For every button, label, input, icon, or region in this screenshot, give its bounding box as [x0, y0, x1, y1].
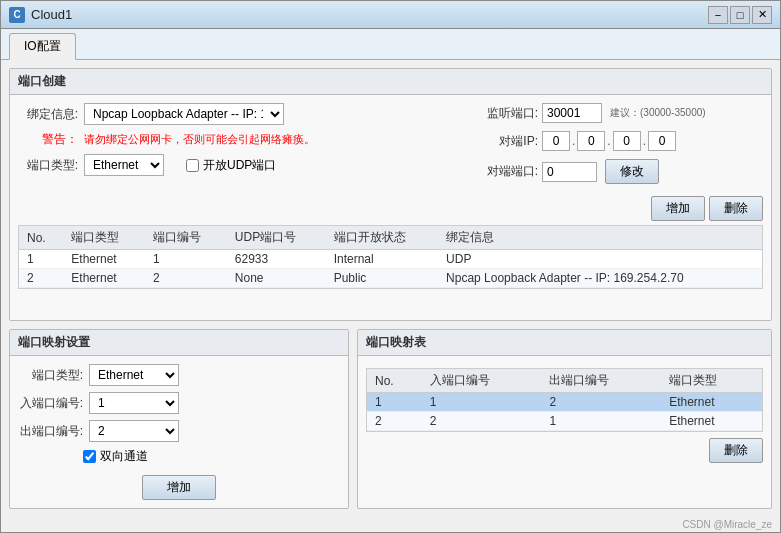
- remote-ip-label: 对端IP:: [483, 133, 538, 150]
- port-map-table-title: 端口映射表: [358, 330, 771, 356]
- maximize-button[interactable]: □: [730, 6, 750, 24]
- port-table: No. 端口类型 端口编号 UDP端口号 端口开放状态 绑定信息 1Ethern…: [19, 226, 762, 288]
- pm-type-label: 端口类型:: [18, 367, 83, 384]
- pm-table-body: 112Ethernet221Ethernet: [367, 393, 762, 431]
- listen-port-input[interactable]: 30001: [542, 103, 602, 123]
- port-map-table-container: No. 入端口编号 出端口编号 端口类型 112Ethernet221Ether…: [366, 368, 763, 432]
- add-delete-row: 增加 删除: [483, 196, 763, 221]
- tab-io-config[interactable]: IO配置: [9, 33, 76, 60]
- close-button[interactable]: ✕: [752, 6, 772, 24]
- pm-add-btn-row: 增加: [18, 475, 340, 500]
- pm-in-label: 入端口编号:: [18, 395, 83, 412]
- port-type-select[interactable]: Ethernet: [84, 154, 164, 176]
- remote-port-label: 对端端口:: [483, 163, 538, 180]
- col-port-status: 端口开放状态: [326, 226, 438, 250]
- listen-label: 监听端口:: [483, 105, 538, 122]
- port-create-title: 端口创建: [10, 69, 771, 95]
- remote-ip-row: 对端IP: . . .: [483, 131, 763, 151]
- list-item[interactable]: 221Ethernet: [367, 412, 762, 431]
- main-window: C Cloud1 − □ ✕ IO配置 端口创建 绑定信息:: [0, 0, 781, 533]
- pm-bidirectional-row: 双向通道: [83, 448, 340, 465]
- table-row[interactable]: 1Ethernet162933InternalUDP: [19, 250, 762, 269]
- binding-row: 绑定信息: Npcap Loopback Adapter -- IP: 169.…: [18, 103, 475, 125]
- pm-out-label: 出端口编号:: [18, 423, 83, 440]
- pm-col-no: No.: [367, 369, 422, 393]
- pm-type-row: 端口类型: Ethernet: [18, 364, 340, 386]
- bottom-section: 端口映射设置 端口类型: Ethernet 入端口编号: 1: [9, 329, 772, 509]
- title-bar: C Cloud1 − □ ✕: [1, 1, 780, 29]
- port-map-settings-body: 端口类型: Ethernet 入端口编号: 1 出端口编号:: [10, 356, 348, 508]
- port-map-settings-panel: 端口映射设置 端口类型: Ethernet 入端口编号: 1: [9, 329, 349, 509]
- remote-port-row: 对端端口: 修改: [483, 159, 763, 184]
- ip-octet-4[interactable]: [648, 131, 676, 151]
- port-type-label: 端口类型:: [18, 157, 78, 174]
- col-port-type: 端口类型: [63, 226, 145, 250]
- port-create-panel: 端口创建 绑定信息: Npcap Loopback Adapter -- IP:…: [9, 68, 772, 321]
- pm-add-button[interactable]: 增加: [142, 475, 216, 500]
- col-port-num: 端口编号: [145, 226, 227, 250]
- warning-text: 请勿绑定公网网卡，否则可能会引起网络瘫痪。: [84, 132, 315, 147]
- pm-header-row: No. 入端口编号 出端口编号 端口类型: [367, 369, 762, 393]
- remote-port-input[interactable]: [542, 162, 597, 182]
- bidirectional-label[interactable]: 双向通道: [83, 448, 148, 465]
- pm-type-select[interactable]: Ethernet: [89, 364, 179, 386]
- main-content: 端口创建 绑定信息: Npcap Loopback Adapter -- IP:…: [1, 60, 780, 517]
- binding-select[interactable]: Npcap Loopback Adapter -- IP: 169.254.2.…: [84, 103, 284, 125]
- minimize-button[interactable]: −: [708, 6, 728, 24]
- col-no: No.: [19, 226, 63, 250]
- port-map-table: No. 入端口编号 出端口编号 端口类型 112Ethernet221Ether…: [367, 369, 762, 431]
- pm-in-row: 入端口编号: 1: [18, 392, 340, 414]
- window-icon: C: [9, 7, 25, 23]
- udp-port-checkbox-row: 开放UDP端口: [186, 157, 276, 174]
- udp-port-label[interactable]: 开放UDP端口: [203, 157, 276, 174]
- pm-col-type: 端口类型: [661, 369, 762, 393]
- ip-octet-2[interactable]: [577, 131, 605, 151]
- warning-row: 警告： 请勿绑定公网网卡，否则可能会引起网络瘫痪。: [18, 131, 475, 148]
- port-create-body: 绑定信息: Npcap Loopback Adapter -- IP: 169.…: [10, 95, 771, 297]
- bidirectional-checkbox[interactable]: [83, 450, 96, 463]
- ip-octet-1[interactable]: [542, 131, 570, 151]
- window-controls: − □ ✕: [708, 6, 772, 24]
- col-udp-port: UDP端口号: [227, 226, 326, 250]
- pm-col-in: 入端口编号: [422, 369, 542, 393]
- port-map-table-body: No. 入端口编号 出端口编号 端口类型 112Ethernet221Ether…: [358, 356, 771, 471]
- pm-col-out: 出端口编号: [541, 369, 661, 393]
- pm-in-select[interactable]: 1: [89, 392, 179, 414]
- udp-port-checkbox[interactable]: [186, 159, 199, 172]
- col-binding-info: 绑定信息: [438, 226, 762, 250]
- ip-octet-3[interactable]: [613, 131, 641, 151]
- table-row[interactable]: 2Ethernet2NonePublicNpcap Loopback Adapt…: [19, 269, 762, 288]
- listen-row: 监听端口: 30001 建议：(30000-35000): [483, 103, 763, 123]
- port-table-container: No. 端口类型 端口编号 UDP端口号 端口开放状态 绑定信息 1Ethern…: [18, 225, 763, 289]
- table-header-row: No. 端口类型 端口编号 UDP端口号 端口开放状态 绑定信息: [19, 226, 762, 250]
- pm-delete-row: 删除: [366, 438, 763, 463]
- port-type-row: 端口类型: Ethernet 开放UDP端口: [18, 154, 475, 176]
- binding-label: 绑定信息:: [18, 106, 78, 123]
- remote-ip-inputs: . . .: [542, 131, 676, 151]
- pm-out-select[interactable]: 2: [89, 420, 179, 442]
- delete-port-button[interactable]: 删除: [709, 196, 763, 221]
- add-port-button[interactable]: 增加: [651, 196, 705, 221]
- window-title: Cloud1: [31, 7, 708, 22]
- modify-button[interactable]: 修改: [605, 159, 659, 184]
- tab-bar: IO配置: [1, 29, 780, 60]
- list-item[interactable]: 112Ethernet: [367, 393, 762, 412]
- pm-out-row: 出端口编号: 2: [18, 420, 340, 442]
- port-table-body: 1Ethernet162933InternalUDP2Ethernet2None…: [19, 250, 762, 288]
- pm-delete-button[interactable]: 删除: [709, 438, 763, 463]
- hint-text: 建议：(30000-35000): [610, 106, 706, 120]
- port-map-table-panel: 端口映射表 No. 入端口编号 出端口编号 端口类型: [357, 329, 772, 509]
- port-map-settings-title: 端口映射设置: [10, 330, 348, 356]
- warning-label: 警告：: [18, 131, 78, 148]
- watermark: CSDN @Miracle_ze: [1, 517, 780, 532]
